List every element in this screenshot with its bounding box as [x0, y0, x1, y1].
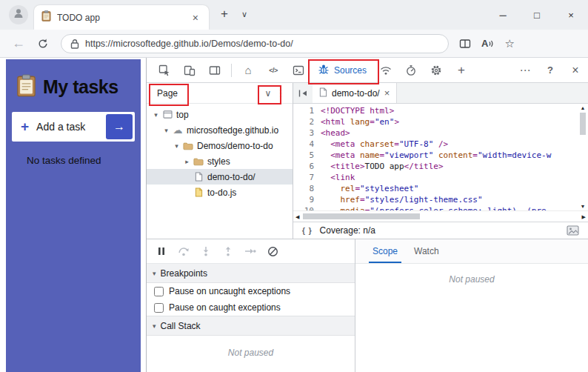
cloud-icon: ☁: [171, 124, 184, 136]
code-text: <head>: [321, 127, 350, 139]
inspect-icon[interactable]: [155, 61, 174, 80]
navigator-overflow-chevron[interactable]: ∨: [261, 88, 275, 99]
tree-item-label: top: [176, 110, 189, 120]
scroll-up-icon[interactable]: ▲: [581, 105, 586, 110]
window-close-button[interactable]: ×: [554, 0, 588, 30]
breakpoint-checkbox[interactable]: [154, 287, 164, 296]
horizontal-scrollbar[interactable]: ◀ ▶: [293, 210, 588, 222]
breakpoints-header-label: Breakpoints: [161, 268, 207, 279]
line-number: 6: [293, 161, 321, 172]
breakpoints-section-header[interactable]: ▾ Breakpoints: [147, 264, 355, 283]
code-line: 4 <meta charset="UTF-8" />: [293, 139, 578, 150]
code-line: 1<!DOCTYPE html>: [293, 105, 578, 116]
code-text: href="styles/light-theme.css": [321, 194, 483, 205]
tab-scope[interactable]: Scope: [364, 239, 406, 263]
minimize-button[interactable]: ─: [486, 0, 520, 30]
window-controls: ─ □ ×: [486, 0, 588, 30]
performance-tab-icon[interactable]: [401, 61, 421, 80]
person-icon: [13, 7, 24, 22]
scroll-down-icon[interactable]: ▼: [581, 204, 586, 209]
code-text: <meta name="viewport" content="width=dev…: [321, 150, 551, 161]
scrollbar-track[interactable]: [301, 213, 579, 219]
editor-tab[interactable]: demo-to-do/ ×: [313, 83, 397, 103]
breakpoint-option-label: Pause on uncaught exceptions: [169, 286, 290, 296]
url-text: https://microsoftedge.github.io/Demos/de…: [85, 39, 293, 49]
breakpoint-option-row[interactable]: Pause on uncaught exceptions: [147, 283, 355, 299]
console-tab-icon[interactable]: [289, 61, 308, 80]
breakpoint-option-row[interactable]: Pause on caught exceptions: [147, 299, 355, 316]
disclosure-expanded-icon[interactable]: ▾: [161, 127, 171, 134]
code-text: <!DOCTYPE html>: [321, 105, 394, 116]
tab-watch[interactable]: Watch: [406, 239, 447, 263]
tree-item-microsoftedge-github-io[interactable]: ▾☁microsoftedge.github.io: [147, 122, 293, 138]
sources-tab-label: Sources: [334, 65, 367, 76]
main-area: My tasks + Add a task → No tasks defined…: [0, 58, 588, 372]
new-tab-button[interactable]: +: [218, 7, 231, 21]
more-options-icon[interactable]: ⋯: [515, 61, 535, 80]
titlebar: TODO app × + ∨ ─ □ ×: [0, 0, 588, 30]
help-icon[interactable]: ?: [541, 61, 560, 80]
disclosure-expanded-icon[interactable]: ▾: [151, 111, 161, 119]
disclosure-collapsed-icon[interactable]: ▸: [182, 158, 192, 165]
code-lines: 1<!DOCTYPE html>2<html lang="en">3<head>…: [293, 105, 578, 210]
folder-icon: [192, 157, 205, 166]
browser-tab[interactable]: TODO app ×: [34, 5, 209, 30]
refresh-button[interactable]: [37, 38, 49, 50]
step-into-icon[interactable]: [198, 244, 213, 259]
address-bar[interactable]: https://microsoftedge.github.io/Demos/de…: [61, 34, 449, 53]
image-preview-icon[interactable]: [567, 225, 579, 236]
panel-layout-icon[interactable]: [205, 61, 224, 80]
todo-app-page: My tasks + Add a task → No tasks defined: [0, 58, 147, 372]
tree-item-demo-to-do[interactable]: demo-to-do/: [147, 169, 293, 185]
elements-tab-icon[interactable]: </>: [264, 61, 283, 80]
scroll-left-icon[interactable]: ◀: [295, 214, 299, 219]
clipboard-icon: [16, 74, 36, 100]
call-stack-section-header[interactable]: ▾ Call Stack: [147, 316, 355, 336]
deactivate-breakpoints-icon[interactable]: [265, 244, 280, 259]
gear-icon[interactable]: [427, 61, 446, 80]
navigator-page-tab[interactable]: Page: [154, 88, 181, 99]
network-tab-icon[interactable]: [376, 61, 395, 80]
add-task-button[interactable]: + Add a task →: [12, 112, 135, 142]
code-editor[interactable]: 1<!DOCTYPE html>2<html lang="en">3<head>…: [293, 104, 588, 210]
profile-avatar[interactable]: [9, 5, 28, 24]
scrollbar-thumb[interactable]: [303, 213, 420, 219]
vertical-scrollbar[interactable]: ▲ ▼: [578, 104, 588, 210]
sources-tab[interactable]: Sources: [311, 61, 373, 80]
navigator-more-icon[interactable]: ⋮: [275, 87, 287, 99]
split-screen-icon[interactable]: [459, 38, 471, 50]
step-out-icon[interactable]: [221, 244, 235, 259]
breakpoint-checkbox[interactable]: [154, 303, 164, 313]
collapse-sidebar-icon[interactable]: [293, 83, 313, 103]
line-number: 2: [293, 116, 321, 127]
submit-task-button[interactable]: →: [106, 114, 133, 139]
scroll-right-icon[interactable]: ▶: [582, 214, 586, 219]
devtools-close-icon[interactable]: ×: [566, 61, 585, 80]
step-over-icon[interactable]: [176, 244, 191, 259]
tree-item-demos-demo-to-do[interactable]: ▾Demos/demo-to-do: [147, 138, 293, 153]
tab-close-icon[interactable]: ×: [190, 11, 201, 24]
editor-tab-close-icon[interactable]: ×: [384, 87, 390, 99]
favorites-star-icon[interactable]: ☆: [504, 37, 514, 50]
sources-body: Page ∨ ⋮ ▾top▾☁microsoftedge.github.io▾D…: [147, 83, 588, 239]
read-aloud-icon[interactable]: A: [481, 38, 494, 49]
home-tab-icon[interactable]: ⌂: [238, 61, 258, 80]
code-text: <title>TODO app</title>: [321, 161, 444, 172]
editor-pane: demo-to-do/ × 1<!DOCTYPE html>2<html lan…: [293, 83, 588, 239]
scrollbar-thumb[interactable]: [580, 113, 586, 135]
tree-item-to-do-js[interactable]: to-do.js: [147, 185, 293, 200]
device-emulation-icon[interactable]: [180, 61, 199, 80]
back-button[interactable]: ←: [12, 36, 25, 51]
pause-icon[interactable]: [154, 244, 169, 259]
toolbar-divider: [231, 64, 232, 77]
more-tools-button[interactable]: +: [452, 61, 471, 80]
tab-list-chevron-icon[interactable]: ∨: [238, 10, 250, 19]
maximize-button[interactable]: □: [520, 0, 554, 30]
tree-item-top[interactable]: ▾top: [147, 107, 293, 122]
step-icon[interactable]: [243, 244, 258, 259]
line-number: 9: [293, 194, 321, 205]
tree-item-styles[interactable]: ▸styles: [147, 153, 293, 169]
file-html-icon: [192, 172, 205, 182]
lock-icon[interactable]: [70, 39, 79, 49]
disclosure-expanded-icon[interactable]: ▾: [172, 142, 181, 150]
